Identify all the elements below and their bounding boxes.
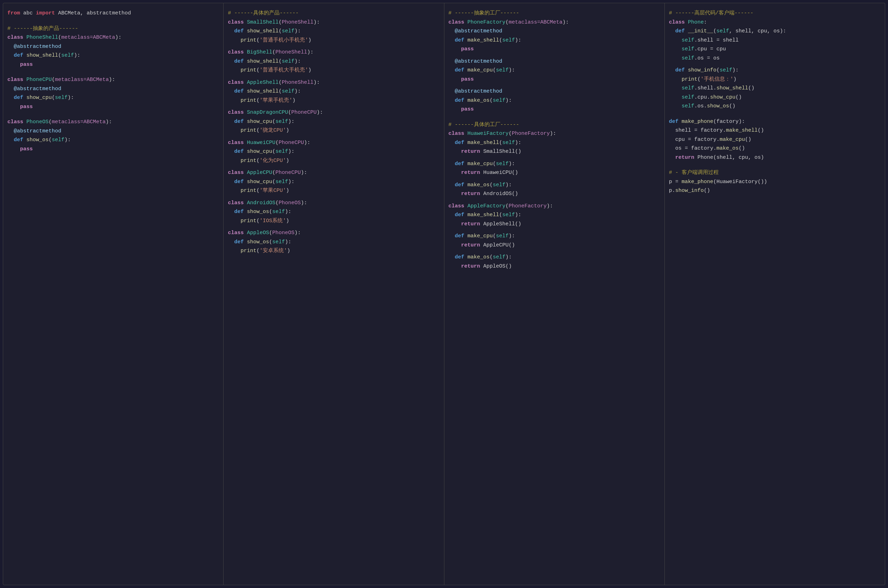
line-class-phone: class Phone: bbox=[669, 18, 880, 27]
line-decorator-1: @abstractmethod bbox=[8, 42, 219, 51]
line-class-applefactory: class AppleFactory(PhoneFactory): bbox=[448, 202, 660, 211]
line-print-huawei-cpu: print('化为CPU') bbox=[228, 156, 440, 165]
line-class-appleshell: class AppleShell(PhoneShell): bbox=[228, 78, 440, 87]
line-def-show-shell: def show_shell(self): bbox=[8, 51, 219, 60]
line-decorator-2: @abstractmethod bbox=[8, 84, 219, 94]
line-def-show-os-android: def show_os(self): bbox=[228, 207, 440, 216]
line-print-small-shell: print('普通手机小手机壳') bbox=[228, 36, 440, 45]
line-print-apple-cpu: print('苹果CPU') bbox=[228, 186, 440, 195]
line-print-big-shell: print('普通手机大手机壳') bbox=[228, 66, 440, 75]
line-return-huaweicpu: return HuaweiCPU() bbox=[448, 168, 660, 177]
line-class-phonefactory: class PhoneFactory(metaclass=ABCMeta): bbox=[448, 18, 660, 27]
line-class-huaweifactory: class HuaweiFactory(PhoneFactory): bbox=[448, 129, 660, 138]
line-class-huaweicpu: class HuaweiCPU(PhoneCPU): bbox=[228, 138, 440, 147]
line-decorator-factory-3: @abstractmethod bbox=[448, 87, 660, 96]
line-class-appleos: class AppleOS(PhoneOS): bbox=[228, 228, 440, 238]
panel-concrete-products: # ------具体的产品------ class SmallShell(Pho… bbox=[224, 3, 444, 585]
line-comment-abstract-factory: # ------抽象的工厂------ bbox=[448, 9, 660, 18]
line-def-make-phone: def make_phone(factory): bbox=[669, 117, 880, 126]
line-pass-factory-3: pass bbox=[448, 105, 660, 114]
line-pass-2: pass bbox=[8, 102, 219, 112]
line-shell-var: shell = factory.make_shell() bbox=[669, 126, 880, 135]
line-decorator-factory-1: @abstractmethod bbox=[448, 27, 660, 36]
line-p-assign: p = make_phone(HuaweiFactory()) bbox=[669, 177, 880, 187]
line-print-android: print('安卓系统') bbox=[228, 246, 440, 256]
line-os-var: os = factory.make_os() bbox=[669, 144, 880, 153]
line-comment-concrete-factory: # ------具体的工厂------ bbox=[448, 120, 660, 130]
line-class-smallshell: class SmallShell(PhoneShell): bbox=[228, 18, 440, 27]
line-comment-client: # - 客户端调用过程 bbox=[669, 168, 880, 177]
line-def-show-os: def show_os(self): bbox=[8, 135, 219, 145]
line-return-phone: return Phone(shell, cpu, os) bbox=[669, 153, 880, 162]
line-comment-abstract-product: # ------抽象的产品------ bbox=[8, 24, 219, 33]
line-def-make-shell-apple: def make_shell(self): bbox=[448, 210, 660, 220]
line-show-os-call: self.os.show_os() bbox=[669, 102, 880, 111]
line-self-cpu: self.cpu = cpu bbox=[669, 45, 880, 54]
line-class-applecpu: class AppleCPU(PhoneCPU): bbox=[228, 168, 440, 177]
line-print-snapdragon: print('骁龙CPU') bbox=[228, 126, 440, 135]
line-def-make-os-apple: def make_os(self): bbox=[448, 253, 660, 262]
line-class-bigshell: class BigShell(PhoneShell): bbox=[228, 48, 440, 57]
code-container: from abc import ABCMeta, abstractmethod … bbox=[3, 3, 885, 585]
line-decorator-3: @abstractmethod bbox=[8, 127, 219, 136]
line-def-make-shell-huawei: def make_shell(self): bbox=[448, 138, 660, 147]
line-class-androidos: class AndroidOS(PhoneOS): bbox=[228, 199, 440, 208]
line-def-init: def __init__(self, shell, cpu, os): bbox=[669, 27, 880, 36]
line-def-make-os-abs: def make_os(self): bbox=[448, 96, 660, 105]
line-comment-concrete-product: # ------具体的产品------ bbox=[228, 9, 440, 18]
line-show-cpu-call: self.cpu.show_cpu() bbox=[669, 93, 880, 102]
line-def-show-cpu-snapdragon: def show_cpu(self): bbox=[228, 117, 440, 126]
panel-factory: # ------抽象的工厂------ class PhoneFactory(m… bbox=[444, 3, 665, 585]
panel-client: # ------高层代码/客户端------ class Phone: def … bbox=[665, 3, 885, 585]
line-def-make-cpu-apple: def make_cpu(self): bbox=[448, 232, 660, 241]
line-pass-1: pass bbox=[8, 60, 219, 69]
line-class-snapdragoncpu: class SnapDragonCPU(PhoneCPU): bbox=[228, 108, 440, 117]
line-self-os: self.os = os bbox=[669, 54, 880, 63]
line-return-smallshell: return SmallShell() bbox=[448, 147, 660, 156]
line-def-show-os-apple: def show_os(self): bbox=[228, 238, 440, 247]
line-self-shell: self.shell = shell bbox=[669, 36, 880, 45]
line-def-make-os-huawei: def make_os(self): bbox=[448, 181, 660, 190]
line-def-show-info: def show_info(self): bbox=[669, 66, 880, 75]
line-decorator-factory-2: @abstractmethod bbox=[448, 57, 660, 66]
line-p-show-info: p.show_info() bbox=[669, 186, 880, 195]
line-def-show-cpu-huawei: def show_cpu(self): bbox=[228, 147, 440, 156]
line-def-make-shell-abs: def make_shell(self): bbox=[448, 36, 660, 45]
line-print-ios: print('IOS系统') bbox=[228, 216, 440, 226]
line-def-show-shell-apple: def show_shell(self): bbox=[228, 87, 440, 96]
line-def-make-cpu-huawei: def make_cpu(self): bbox=[448, 159, 660, 169]
line-class-phoneshell: class PhoneShell(metaclass=ABCMeta): bbox=[8, 33, 219, 42]
line-show-shell-call: self.shell.show_shell() bbox=[669, 84, 880, 93]
line-class-phoneos: class PhoneOS(metaclass=ABCMeta): bbox=[8, 118, 219, 127]
line-return-appleos: return AppleOS() bbox=[448, 262, 660, 271]
line-return-applecpu: return AppleCPU() bbox=[448, 241, 660, 250]
line-print-apple-shell: print('苹果手机壳') bbox=[228, 96, 440, 105]
line-return-appleshell: return AppleShell() bbox=[448, 220, 660, 229]
line-def-show-shell-big: def show_shell(self): bbox=[228, 57, 440, 66]
line-cpu-var: cpu = factory.make_cpu() bbox=[669, 135, 880, 144]
line-comment-highlevel: # ------高层代码/客户端------ bbox=[669, 9, 880, 18]
line-def-show-shell-small: def show_shell(self): bbox=[228, 27, 440, 36]
line-def-make-cpu-abs: def make_cpu(self): bbox=[448, 66, 660, 75]
line-import: from abc import ABCMeta, abstractmethod bbox=[8, 9, 219, 18]
line-def-show-cpu-apple: def show_cpu(self): bbox=[228, 177, 440, 187]
line-def-show-cpu: def show_cpu(self): bbox=[8, 93, 219, 102]
line-return-androidos: return AndroidOS() bbox=[448, 189, 660, 199]
line-class-phonecpu: class PhoneCPU(metaclass=ABCMeta): bbox=[8, 75, 219, 84]
line-pass-factory-2: pass bbox=[448, 75, 660, 84]
panel-abstract-products: from abc import ABCMeta, abstractmethod … bbox=[3, 3, 224, 585]
line-pass-3: pass bbox=[8, 145, 219, 154]
line-print-phone-info: print('手机信息：') bbox=[669, 75, 880, 84]
line-pass-factory-1: pass bbox=[448, 45, 660, 54]
